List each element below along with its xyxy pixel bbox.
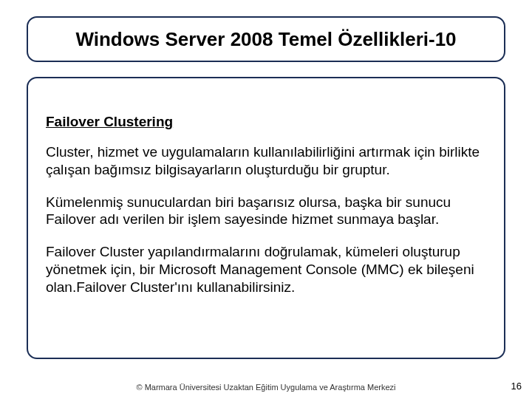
paragraph-3: Failover Cluster yapılandırmalarını doğr… [46, 243, 486, 296]
content-box: Failover Clustering Cluster, hizmet ve u… [27, 77, 505, 359]
paragraph-1: Cluster, hizmet ve uygulamaların kullanı… [46, 143, 486, 179]
page-number: 16 [511, 381, 522, 392]
slide-title: Windows Server 2008 Temel Özellikleri-10 [75, 28, 456, 51]
footer-text: © Marmara Üniversitesi Uzaktan Eğitim Uy… [0, 383, 532, 392]
paragraph-2: Kümelenmiş sunuculardan biri başarısız o… [46, 194, 486, 229]
title-box: Windows Server 2008 Temel Özellikleri-10 [27, 16, 505, 62]
slide: Windows Server 2008 Temel Özellikleri-10… [0, 0, 532, 399]
subheading: Failover Clustering [46, 114, 486, 130]
